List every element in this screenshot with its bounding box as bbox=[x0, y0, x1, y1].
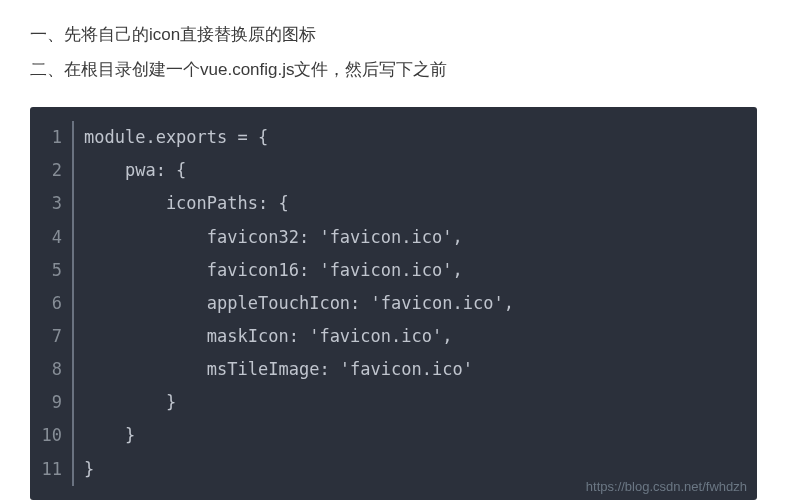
line-number: 5 bbox=[30, 254, 72, 287]
code-text: } bbox=[74, 419, 135, 452]
line-number: 11 bbox=[30, 453, 72, 486]
code-text: iconPaths: { bbox=[74, 187, 289, 220]
code-row: 2 pwa: { bbox=[30, 154, 757, 187]
line-number: 9 bbox=[30, 386, 72, 419]
code-block: 1module.exports = {2 pwa: {3 iconPaths: … bbox=[30, 107, 757, 500]
code-text: msTileImage: 'favicon.ico' bbox=[74, 353, 473, 386]
code-text: } bbox=[74, 386, 176, 419]
code-lines-wrap: 1module.exports = {2 pwa: {3 iconPaths: … bbox=[30, 121, 757, 486]
code-text: appleTouchIcon: 'favicon.ico', bbox=[74, 287, 514, 320]
line-number: 2 bbox=[30, 154, 72, 187]
code-text: module.exports = { bbox=[74, 121, 268, 154]
line-number: 7 bbox=[30, 320, 72, 353]
code-text: maskIcon: 'favicon.ico', bbox=[74, 320, 452, 353]
line-number: 1 bbox=[30, 121, 72, 154]
code-row: 3 iconPaths: { bbox=[30, 187, 757, 220]
instruction-line-1: 一、先将自己的icon直接替换原的图标 bbox=[30, 20, 757, 51]
watermark: https://blog.csdn.net/fwhdzh bbox=[586, 479, 747, 494]
code-row: 1module.exports = { bbox=[30, 121, 757, 154]
code-text: favicon16: 'favicon.ico', bbox=[74, 254, 463, 287]
code-row: 5 favicon16: 'favicon.ico', bbox=[30, 254, 757, 287]
instruction-line-2: 二、在根目录创建一个vue.config.js文件，然后写下之前 bbox=[30, 55, 757, 86]
code-row: 4 favicon32: 'favicon.ico', bbox=[30, 221, 757, 254]
line-number: 6 bbox=[30, 287, 72, 320]
line-number: 3 bbox=[30, 187, 72, 220]
code-row: 7 maskIcon: 'favicon.ico', bbox=[30, 320, 757, 353]
code-text: favicon32: 'favicon.ico', bbox=[74, 221, 463, 254]
code-text: pwa: { bbox=[74, 154, 186, 187]
instructions-block: 一、先将自己的icon直接替换原的图标 二、在根目录创建一个vue.config… bbox=[30, 20, 757, 85]
code-text: } bbox=[74, 453, 94, 486]
code-row: 8 msTileImage: 'favicon.ico' bbox=[30, 353, 757, 386]
line-number: 10 bbox=[30, 419, 72, 452]
code-row: 6 appleTouchIcon: 'favicon.ico', bbox=[30, 287, 757, 320]
line-number: 8 bbox=[30, 353, 72, 386]
line-number: 4 bbox=[30, 221, 72, 254]
code-row: 10 } bbox=[30, 419, 757, 452]
code-row: 9 } bbox=[30, 386, 757, 419]
